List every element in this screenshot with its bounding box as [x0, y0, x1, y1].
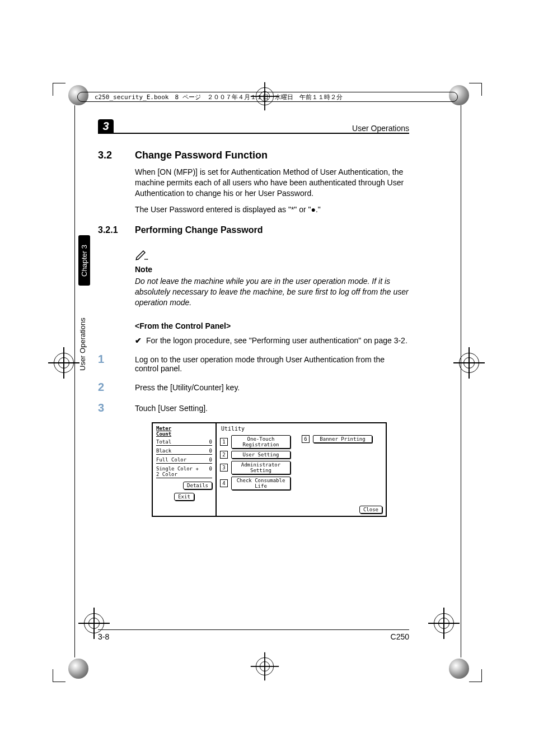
- running-head-title: User Operations: [352, 124, 409, 133]
- subsection-number: 3.2.1: [98, 225, 135, 235]
- section-heading: 3.2 Change Password Function: [98, 150, 409, 161]
- subsection-heading: 3.2.1 Performing Change Password: [98, 225, 409, 235]
- step-row: 3 Touch [User Setting].: [98, 402, 409, 414]
- ornament-sphere: [449, 659, 469, 679]
- meter-row: Black0: [156, 448, 212, 455]
- meter-value: 0: [209, 466, 212, 477]
- device-panel-screenshot: Meter Count Total0 Black0 Full Color0 Si…: [152, 422, 409, 517]
- svg-point-0: [144, 259, 146, 260]
- utility-num: 1: [220, 438, 228, 446]
- chapter-badge: 3: [98, 119, 114, 133]
- step-number: 3: [98, 402, 135, 414]
- svg-point-2: [147, 259, 148, 260]
- side-tab-title: User Operations: [78, 308, 87, 381]
- meter-label: Total: [156, 439, 171, 445]
- utility-num: 4: [220, 479, 228, 487]
- utility-num: 2: [220, 451, 228, 459]
- svg-point-1: [146, 259, 147, 260]
- side-tab-chapter: Chapter 3: [78, 235, 90, 286]
- footer-page: 3-8: [98, 632, 109, 641]
- step-number: 2: [98, 381, 135, 394]
- crop-mark: [469, 83, 482, 96]
- utility-pane: Utility 1One-Touch Registration 2User Se…: [217, 423, 386, 516]
- note-label: Note: [135, 264, 409, 275]
- note-block: Note Do not leave the machine while you …: [135, 248, 409, 308]
- note-text: Do not leave the machine while you are i…: [135, 276, 409, 308]
- meter-value: 0: [209, 457, 212, 463]
- meter-row: Total0: [156, 439, 212, 446]
- section-number: 3.2: [98, 150, 135, 161]
- frame-line: [461, 105, 461, 657]
- utility-num: 6: [302, 435, 310, 443]
- meter-row: Full Color0: [156, 457, 212, 464]
- running-head: 3 User Operations: [98, 115, 409, 134]
- meter-row: Single Color + 2 Color0: [156, 466, 212, 478]
- step-text: Touch [User Setting].: [135, 402, 208, 414]
- checkmark-icon: ✔: [135, 336, 146, 345]
- bullet-text: For the logon procedure, see "Performing…: [146, 336, 407, 345]
- ornament-sphere: [68, 659, 88, 679]
- source-file-text: c250_security_E.book 8 ページ ２００７年４月１１日 水曜…: [95, 93, 343, 101]
- meter-label: Full Color: [156, 457, 186, 463]
- step-row: 2 Press the [Utility/Counter] key.: [98, 381, 409, 394]
- paragraph: The User Password entered is displayed a…: [135, 204, 409, 215]
- registration-mark: [453, 347, 485, 379]
- section-title: Change Password Function: [135, 150, 268, 161]
- subsection-title: Performing Change Password: [135, 225, 263, 235]
- meter-label: Black: [156, 448, 171, 454]
- utility-button[interactable]: Check Consumable Life: [231, 477, 291, 490]
- crop-mark: [53, 83, 65, 96]
- meter-label: Single Color + 2 Color: [156, 466, 199, 477]
- utility-item: 4Check Consumable Life: [220, 477, 291, 490]
- step-text: Press the [Utility/Counter] key.: [135, 381, 240, 394]
- utility-item: 1One-Touch Registration: [220, 435, 291, 449]
- utility-item: 2User Setting: [220, 451, 291, 459]
- utility-button[interactable]: One-Touch Registration: [231, 435, 291, 449]
- page: c250_security_E.book 8 ページ ２００７年４月１１日 水曜…: [0, 0, 534, 756]
- meter-header: Meter Count: [156, 426, 212, 437]
- meter-value: 0: [209, 448, 212, 454]
- note-pencil-icon: [135, 248, 148, 261]
- utility-button[interactable]: User Setting: [231, 451, 291, 459]
- utility-item: 6Banner Printing: [302, 435, 372, 443]
- registration-mark: [428, 608, 460, 639]
- content-area: 3 User Operations 3.2 Change Password Fu…: [98, 115, 409, 517]
- sub-heading: <From the Control Panel>: [135, 321, 409, 330]
- utility-button[interactable]: Administrator Setting: [231, 461, 291, 474]
- utility-title: Utility: [220, 426, 382, 432]
- paragraph: When [ON (MFP)] is set for Authenticatio…: [135, 167, 409, 199]
- meter-value: 0: [209, 439, 212, 445]
- step-row: 1 Log on to the user operation mode thro…: [98, 353, 409, 373]
- exit-button[interactable]: Exit: [174, 493, 194, 501]
- crop-mark: [53, 669, 65, 682]
- frame-line: [74, 105, 75, 657]
- utility-button[interactable]: Banner Printing: [313, 435, 372, 443]
- utility-item: 3Administrator Setting: [220, 461, 291, 474]
- footer-model: C250: [391, 632, 409, 641]
- crop-mark: [469, 669, 482, 682]
- source-file-bar: c250_security_E.book 8 ページ ２００７年４月１１日 水曜…: [77, 92, 458, 102]
- details-button[interactable]: Details: [183, 482, 212, 489]
- step-text: Log on to the user operation mode throug…: [135, 353, 409, 373]
- meter-count-pane: Meter Count Total0 Black0 Full Color0 Si…: [153, 423, 217, 516]
- close-button[interactable]: Close: [359, 506, 382, 514]
- registration-mark: [251, 652, 279, 680]
- prerequisite-bullet: ✔ For the logon procedure, see "Performi…: [135, 336, 409, 345]
- step-number: 1: [98, 353, 135, 373]
- page-footer: 3-8 C250: [98, 629, 409, 641]
- utility-num: 3: [220, 464, 228, 472]
